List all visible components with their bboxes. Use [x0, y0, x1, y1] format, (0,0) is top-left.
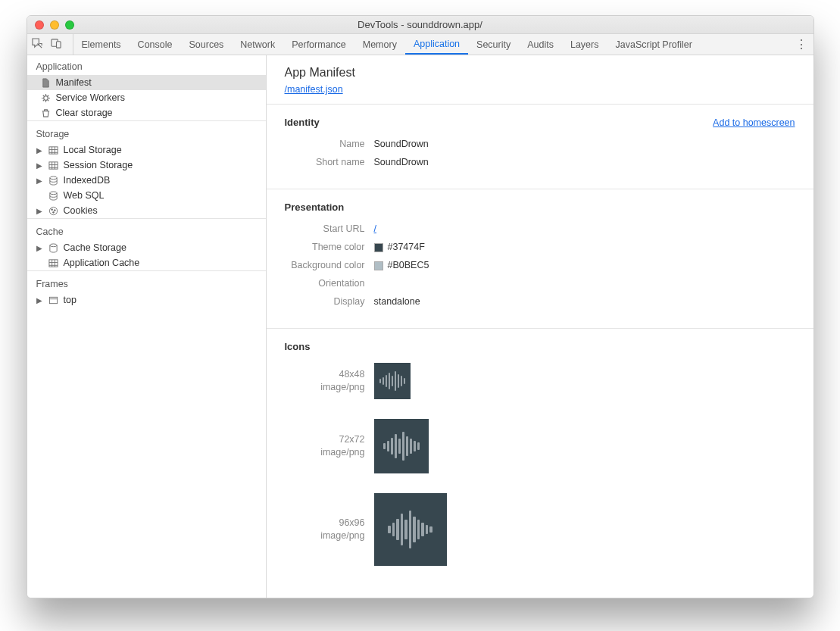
sidebar-item-label: Session Storage — [64, 160, 133, 170]
sidebar-item-label: Web SQL — [64, 190, 105, 201]
icon-size: 96x96 — [285, 517, 365, 530]
sidebar-item-manifest[interactable]: Manifest — [27, 75, 266, 90]
label-start-url: Start URL — [285, 223, 374, 234]
sidebar: Application Manifest Service Workers Cle… — [27, 55, 267, 598]
toolbar: Elements Console Sources Network Perform… — [27, 34, 813, 55]
value-theme-color: #37474F — [374, 242, 425, 252]
icon-mime: image/png — [285, 381, 365, 395]
expand-arrow-icon[interactable]: ▶ — [36, 244, 44, 252]
sidebar-item-label: Cookies — [64, 205, 98, 216]
sidebar-item-session-storage[interactable]: ▶ Session Storage — [27, 158, 266, 173]
zoom-icon[interactable] — [65, 20, 74, 30]
label-theme-color: Theme color — [285, 242, 374, 252]
more-menu-icon[interactable]: ⋮ — [794, 37, 809, 52]
tab-security[interactable]: Security — [468, 34, 519, 55]
section-presentation: Presentation Start URL / Theme color #37… — [267, 189, 813, 329]
expand-arrow-icon[interactable]: ▶ — [36, 176, 44, 185]
sidebar-item-label: Manifest — [56, 77, 92, 88]
label-short-name: Short name — [285, 157, 374, 167]
trash-icon — [41, 108, 52, 118]
sidebar-item-local-storage[interactable]: ▶ Local Storage — [27, 142, 266, 158]
section-title-presentation: Presentation — [285, 201, 345, 213]
sidebar-item-label: Application Cache — [64, 258, 140, 268]
value-short-name: SoundDrown — [374, 157, 429, 167]
sidebar-item-label: Service Workers — [56, 92, 125, 103]
svg-point-5 — [50, 176, 57, 179]
window-title: DevTools - sounddrown.app/ — [358, 19, 482, 30]
icon-row-48: 48x48 image/png — [285, 363, 795, 399]
app-icon-48 — [374, 363, 411, 399]
svg-point-10 — [53, 211, 55, 213]
sidebar-item-label: Local Storage — [64, 145, 122, 155]
expand-arrow-icon[interactable]: ▶ — [36, 296, 44, 305]
expand-arrow-icon[interactable]: ▶ — [36, 146, 44, 155]
window-controls — [27, 20, 74, 30]
tab-application[interactable]: Application — [405, 34, 468, 55]
sidebar-item-websql[interactable]: Web SQL — [27, 188, 266, 203]
close-icon[interactable] — [35, 20, 44, 30]
svg-point-7 — [49, 207, 57, 214]
label-bg-color: Background color — [285, 260, 374, 270]
tab-performance[interactable]: Performance — [283, 34, 354, 55]
sidebar-item-service-workers[interactable]: Service Workers — [27, 90, 266, 105]
app-icon-96 — [374, 493, 447, 566]
sidebar-group-storage: Storage — [27, 120, 266, 142]
devtools-window: DevTools - sounddrown.app/ Elements Cons… — [27, 15, 814, 598]
sidebar-item-top-frame[interactable]: ▶ top — [27, 292, 266, 308]
cookie-icon — [48, 205, 59, 216]
icon-row-72: 72x72 image/png — [285, 419, 795, 473]
section-title-icons: Icons — [285, 341, 311, 352]
sidebar-item-label: Clear storage — [56, 108, 113, 118]
tab-elements[interactable]: Elements — [73, 34, 130, 55]
sidebar-item-application-cache[interactable]: Application Cache — [27, 255, 266, 270]
table-icon — [48, 258, 59, 268]
tab-jsprofiler[interactable]: JavaScript Profiler — [607, 34, 701, 55]
database-icon — [48, 242, 59, 253]
gear-icon — [41, 92, 52, 103]
sidebar-group-application: Application — [27, 55, 266, 75]
expand-arrow-icon[interactable]: ▶ — [36, 207, 44, 215]
inspect-icon[interactable] — [32, 38, 43, 52]
icon-size: 72x72 — [285, 433, 365, 447]
sidebar-item-label: IndexedDB — [64, 175, 111, 186]
section-title-identity: Identity — [285, 117, 320, 128]
content-pane: App Manifest /manifest.json Identity Add… — [267, 55, 813, 598]
tab-sources[interactable]: Sources — [180, 34, 232, 55]
svg-point-6 — [50, 191, 57, 194]
bg-color-swatch — [374, 261, 383, 270]
frame-icon — [48, 295, 59, 305]
sidebar-item-clear-storage[interactable]: Clear storage — [27, 105, 266, 120]
sidebar-item-cache-storage[interactable]: ▶ Cache Storage — [27, 240, 266, 255]
sidebar-item-label: top — [64, 295, 77, 305]
svg-point-9 — [54, 209, 55, 211]
table-icon — [48, 160, 59, 170]
sidebar-item-cookies[interactable]: ▶ Cookies — [27, 203, 266, 218]
app-icon-72 — [374, 419, 429, 473]
label-orientation: Orientation — [285, 278, 374, 289]
svg-rect-1 — [56, 41, 61, 47]
sidebar-item-indexeddb[interactable]: ▶ IndexedDB — [27, 173, 266, 188]
tab-network[interactable]: Network — [232, 34, 283, 55]
svg-point-2 — [44, 95, 48, 100]
tab-audits[interactable]: Audits — [519, 34, 562, 55]
database-icon — [48, 175, 59, 186]
value-start-url[interactable]: / — [374, 223, 376, 234]
theme-color-swatch — [374, 243, 383, 252]
file-icon — [41, 77, 52, 88]
svg-rect-13 — [49, 297, 57, 303]
tab-console[interactable]: Console — [130, 34, 181, 55]
add-to-homescreen-link[interactable]: Add to homescreen — [713, 117, 795, 128]
label-name: Name — [285, 139, 374, 149]
section-icons: Icons 48x48 image/png 72x72 image/png — [267, 329, 813, 579]
manifest-file-link[interactable]: /manifest.json — [285, 84, 343, 95]
expand-arrow-icon[interactable]: ▶ — [36, 161, 44, 170]
titlebar: DevTools - sounddrown.app/ — [27, 16, 813, 34]
value-bg-color: #B0BEC5 — [374, 260, 429, 270]
value-name: SoundDrown — [374, 139, 429, 149]
device-toggle-icon[interactable] — [51, 38, 62, 52]
minimize-icon[interactable] — [50, 20, 59, 30]
tab-layers[interactable]: Layers — [562, 34, 607, 55]
tab-memory[interactable]: Memory — [354, 34, 405, 55]
icon-row-96: 96x96 image/png — [285, 493, 795, 566]
sidebar-item-label: Cache Storage — [64, 242, 126, 253]
